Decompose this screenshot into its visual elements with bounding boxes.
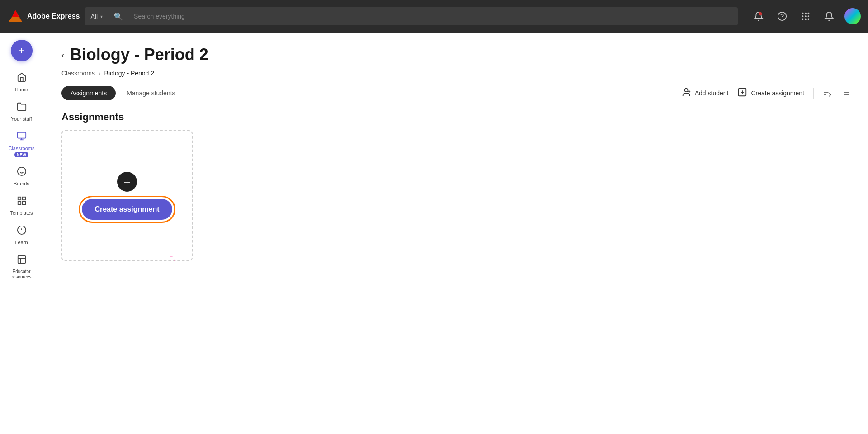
- breadcrumb-current: Biology - Period 2: [104, 70, 155, 77]
- assignments-section: Assignments + Create assignment ☞: [61, 111, 850, 261]
- brands-icon: [17, 166, 27, 179]
- svg-point-8: [805, 13, 807, 14]
- svg-point-7: [802, 13, 804, 14]
- sidebar-item-learn[interactable]: Learn: [4, 222, 40, 249]
- svg-point-4: [759, 12, 762, 15]
- user-avatar[interactable]: [844, 8, 861, 24]
- list-icon[interactable]: [841, 88, 850, 99]
- svg-point-13: [802, 19, 804, 20]
- home-icon: [17, 72, 27, 85]
- toolbar-actions: Add student Create assignment: [681, 87, 850, 99]
- svg-rect-23: [22, 197, 25, 200]
- breadcrumb-separator: ›: [99, 70, 101, 77]
- create-button[interactable]: +: [11, 40, 33, 61]
- tabs-toolbar: Assignments Manage students Add student: [61, 86, 850, 100]
- topnav-icons: [750, 8, 861, 24]
- svg-rect-25: [22, 202, 25, 204]
- create-assignment-header-label: Create assignment: [751, 90, 804, 97]
- svg-rect-16: [17, 132, 25, 138]
- search-filter-dropdown[interactable]: All ▾: [85, 7, 108, 25]
- sidebar-item-label: Educator resources: [5, 269, 38, 280]
- svg-point-12: [808, 15, 810, 17]
- sidebar-item-label: Learn: [15, 240, 28, 245]
- top-nav: Adobe Express All ▾ 🔍: [0, 0, 868, 33]
- help-icon[interactable]: [774, 8, 790, 24]
- learn-icon: [17, 225, 27, 238]
- search-input[interactable]: [128, 7, 738, 25]
- sidebar-item-brands[interactable]: Brands: [4, 163, 40, 190]
- breadcrumb-classrooms[interactable]: Classrooms: [61, 70, 95, 77]
- page-header: ‹ Biology - Period 2: [61, 45, 850, 64]
- assignment-card[interactable]: + Create assignment ☞: [61, 130, 193, 261]
- sidebar-item-home[interactable]: Home: [4, 69, 40, 96]
- section-title: Assignments: [61, 111, 850, 123]
- tab-assignments[interactable]: Assignments: [61, 86, 116, 100]
- sort-icon[interactable]: [823, 88, 832, 99]
- svg-point-10: [802, 15, 804, 17]
- sidebar: + Home Your stuff: [0, 33, 43, 434]
- new-badge: NEW: [14, 152, 28, 157]
- add-student-button[interactable]: Add student: [681, 87, 729, 99]
- svg-point-32: [684, 88, 688, 91]
- create-assignment-card-button[interactable]: Create assignment: [82, 199, 172, 220]
- search-bar: All ▾ 🔍: [85, 7, 738, 25]
- adobe-express-logo-icon: [7, 8, 24, 24]
- tabs: Assignments Manage students: [61, 86, 184, 100]
- classrooms-icon: [17, 131, 27, 144]
- chevron-down-icon: ▾: [100, 14, 103, 19]
- svg-marker-1: [12, 10, 19, 17]
- sidebar-item-label: Templates: [10, 210, 33, 216]
- app-logo[interactable]: Adobe Express: [7, 8, 80, 24]
- sidebar-item-classrooms[interactable]: Classrooms NEW: [4, 127, 40, 160]
- card-plus-icon: +: [117, 172, 137, 192]
- educator-resources-icon: [17, 255, 27, 267]
- sidebar-item-label: Home: [15, 87, 28, 93]
- svg-point-15: [808, 19, 810, 20]
- svg-rect-24: [18, 202, 20, 204]
- sidebar-item-templates[interactable]: Templates: [4, 192, 40, 220]
- cursor-indicator: ☞: [169, 253, 178, 265]
- app-name: Adobe Express: [27, 12, 80, 20]
- sidebar-item-label: Brands: [14, 181, 29, 187]
- back-button[interactable]: ‹: [61, 50, 65, 60]
- plus-icon: +: [18, 45, 24, 56]
- tab-manage-students[interactable]: Manage students: [118, 86, 184, 100]
- create-assignment-header-button[interactable]: Create assignment: [737, 87, 804, 99]
- apps-icon[interactable]: [797, 8, 814, 24]
- svg-rect-29: [18, 256, 25, 264]
- main-content: ‹ Biology - Period 2 Classrooms › Biolog…: [43, 33, 868, 434]
- templates-icon: [17, 196, 27, 208]
- sidebar-item-label: Your stuff: [11, 116, 32, 122]
- add-student-label: Add student: [695, 90, 729, 97]
- create-assignment-header-icon: [737, 87, 747, 99]
- toolbar-divider: [813, 88, 814, 99]
- sidebar-item-label: Classrooms: [8, 146, 34, 151]
- bell-icon[interactable]: [821, 8, 837, 24]
- sidebar-item-your-stuff[interactable]: Your stuff: [4, 98, 40, 126]
- sidebar-item-educator-resources[interactable]: Educator resources: [4, 251, 40, 283]
- search-filter-value: All: [90, 13, 98, 20]
- notifications-icon[interactable]: [750, 8, 767, 24]
- svg-point-19: [17, 167, 25, 175]
- add-student-icon: [681, 87, 691, 99]
- svg-point-9: [808, 13, 810, 14]
- breadcrumb: Classrooms › Biology - Period 2: [61, 70, 850, 77]
- svg-point-14: [805, 19, 807, 20]
- svg-marker-2: [9, 17, 22, 22]
- svg-point-11: [805, 15, 807, 17]
- page-title: Biology - Period 2: [70, 45, 208, 64]
- main-layout: + Home Your stuff: [0, 33, 868, 434]
- search-icon: 🔍: [108, 12, 128, 21]
- svg-rect-22: [18, 197, 20, 200]
- folder-icon: [17, 102, 27, 114]
